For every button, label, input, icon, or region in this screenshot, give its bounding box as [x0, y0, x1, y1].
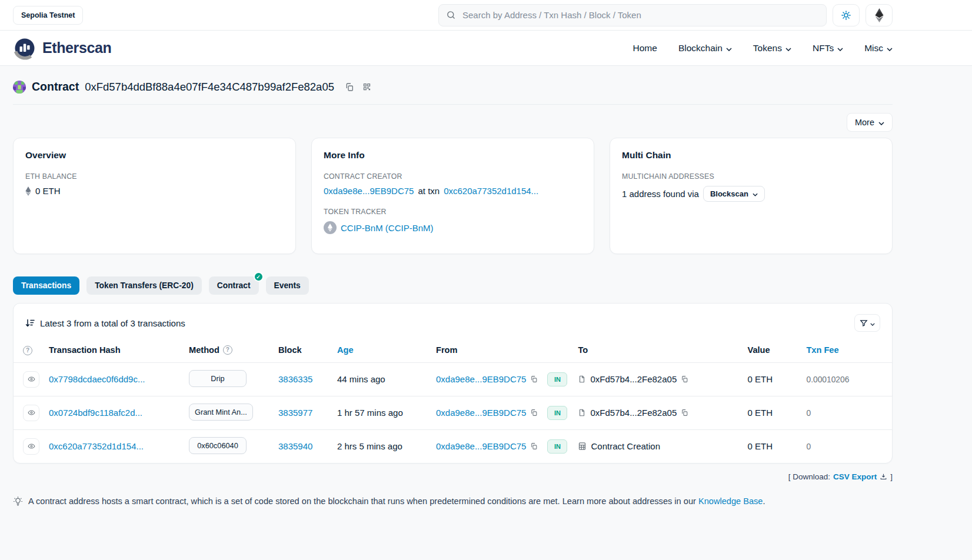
column-age[interactable]: Age: [332, 335, 431, 362]
qr-code-button[interactable]: [361, 81, 372, 92]
tab-transactions[interactable]: Transactions: [13, 276, 79, 295]
tab-events[interactable]: Events: [266, 276, 309, 295]
nav-item-tokens[interactable]: Tokens: [753, 43, 791, 54]
txn-hash-link[interactable]: 0x0724bdf9c118afc2d...: [49, 408, 142, 418]
network-badge[interactable]: Sepolia Testnet: [13, 6, 83, 25]
tx-preview-button[interactable]: [23, 371, 39, 388]
nav-item-blockchain[interactable]: Blockchain: [678, 43, 732, 54]
copy-address-button[interactable]: [344, 81, 355, 93]
tab-token-transfers[interactable]: Token Transfers (ERC-20): [86, 276, 202, 295]
eye-icon: [28, 375, 35, 383]
from-address-link[interactable]: 0xda9e8e...9EB9DC75: [436, 408, 526, 418]
nav-item-misc[interactable]: Misc: [864, 43, 893, 54]
download-row: [ Download: CSV Export ]: [13, 472, 893, 481]
block-link[interactable]: 3836335: [278, 374, 312, 384]
contract-file-icon: [578, 408, 586, 417]
nav-item-home[interactable]: Home: [633, 43, 657, 54]
knowledge-base-link[interactable]: Knowledge Base: [698, 496, 763, 506]
download-icon: [880, 473, 887, 481]
copy-from-button[interactable]: [530, 375, 538, 383]
search-input[interactable]: [461, 9, 819, 21]
txn-fee-cell: 0: [806, 409, 811, 418]
eth-diamond-icon: [25, 186, 31, 196]
network-switch-button[interactable]: [866, 4, 893, 26]
header-divider: [13, 104, 893, 105]
from-address-link[interactable]: 0xda9e8e...9EB9DC75: [436, 374, 526, 384]
direction-badge: IN: [547, 372, 567, 386]
more-info-card: More Info CONTRACT CREATOR 0xda9e8e...9E…: [311, 138, 594, 254]
ethereum-icon: [875, 8, 884, 22]
copy-to-button[interactable]: [681, 409, 688, 416]
lightbulb-icon: [13, 496, 23, 506]
funnel-icon: [860, 319, 868, 327]
nav-item-label: Home: [633, 43, 657, 54]
tx-preview-button[interactable]: [23, 405, 39, 421]
value-cell: 0 ETH: [747, 441, 773, 451]
method-badge[interactable]: Grant Mint An...: [189, 404, 253, 421]
block-link[interactable]: 3835977: [278, 408, 312, 418]
question-icon[interactable]: ?: [223, 345, 232, 355]
tab-contract-label: Contract: [217, 281, 251, 290]
method-badge[interactable]: Drip: [189, 370, 247, 387]
eye-icon: [28, 442, 35, 450]
creator-address-link[interactable]: 0xda9e8e...9EB9DC75: [324, 186, 414, 196]
question-icon[interactable]: ?: [23, 346, 32, 355]
token-tracker-label: TOKEN TRACKER: [324, 208, 582, 216]
creation-txn-link[interactable]: 0xc620a77352d1d154...: [444, 186, 538, 196]
page-title: Contract: [32, 80, 79, 94]
address-avatar: [13, 81, 26, 94]
csv-export-link[interactable]: CSV Export: [833, 472, 877, 481]
etherscan-logo[interactable]: Etherscan: [13, 36, 111, 60]
tab-contract[interactable]: Contract ✓: [209, 276, 259, 295]
more-button[interactable]: More: [847, 113, 893, 132]
verified-check-icon: ✓: [254, 272, 264, 282]
copy-from-button[interactable]: [530, 442, 538, 450]
copy-to-button[interactable]: [681, 375, 688, 383]
filter-button[interactable]: [854, 314, 880, 332]
blockscan-label: Blockscan: [710, 189, 748, 198]
main-nav: Home Blockchain Tokens NFTs Misc: [633, 43, 893, 54]
eth-balance-value: 0 ETH: [35, 186, 61, 196]
method-badge[interactable]: 0x60c06040: [189, 437, 247, 454]
txn-hash-link[interactable]: 0x7798dcdaec0f6dd9c...: [49, 374, 145, 384]
table-row: 0xc620a77352d1d154... 0x60c06040 3835940…: [14, 429, 892, 463]
brand-name: Etherscan: [42, 39, 111, 56]
txn-fee-cell: 0.00010206: [806, 375, 849, 384]
tx-preview-button[interactable]: [23, 438, 39, 455]
to-address: Contract Creation: [591, 441, 660, 451]
blockscan-dropdown[interactable]: Blockscan: [703, 186, 765, 202]
column-method: Method?: [184, 335, 274, 362]
transactions-card: Latest 3 from a total of 3 transactions …: [13, 303, 893, 464]
token-tracker-link[interactable]: CCIP-BnM (CCIP-BnM): [341, 223, 434, 233]
copy-from-button[interactable]: [530, 409, 538, 416]
age-value: 44 mins ago: [337, 374, 385, 384]
table-row: 0x0724bdf9c118afc2d... Grant Mint An... …: [14, 396, 892, 429]
sun-icon: [841, 10, 851, 21]
footer-note-period: .: [763, 496, 765, 506]
chevron-down-icon: [726, 43, 732, 54]
age-value: 2 hrs 5 mins ago: [337, 441, 402, 451]
transactions-summary: Latest 3 from a total of 3 transactions: [40, 318, 185, 328]
address-header: Contract 0xFd57b4ddBf88a4e07fF4e34C487b9…: [13, 66, 893, 94]
direction-badge: IN: [547, 439, 567, 454]
nav-item-nfts[interactable]: NFTs: [813, 43, 843, 54]
column-transaction-hash: Transaction Hash: [44, 335, 184, 362]
txn-hash-link[interactable]: 0xc620a77352d1d154...: [49, 441, 144, 451]
from-address-link[interactable]: 0xda9e8e...9EB9DC75: [436, 441, 526, 451]
chevron-down-icon: [878, 118, 884, 127]
main-content: Contract 0xFd57b4ddBf88a4e07fF4e34C487b9…: [13, 66, 893, 506]
more-button-label: More: [855, 118, 874, 127]
multi-chain-card-title: Multi Chain: [622, 150, 880, 161]
column-txn-fee[interactable]: Txn Fee: [801, 335, 892, 362]
theme-toggle-button[interactable]: [833, 4, 860, 26]
nav-item-label: Blockchain: [678, 43, 723, 54]
main-navbar: Etherscan Home Blockchain Tokens NFTs Mi…: [0, 31, 972, 66]
block-link[interactable]: 3835940: [278, 441, 312, 451]
to-address: 0xFd57b4...2Fe82a05: [590, 374, 677, 384]
sort-icon: [25, 319, 35, 328]
etherscan-logo-icon: [13, 36, 36, 60]
value-cell: 0 ETH: [747, 408, 773, 418]
more-row: More: [13, 113, 893, 132]
chevron-down-icon: [785, 43, 791, 54]
transactions-toolbar: Latest 3 from a total of 3 transactions: [14, 304, 892, 335]
